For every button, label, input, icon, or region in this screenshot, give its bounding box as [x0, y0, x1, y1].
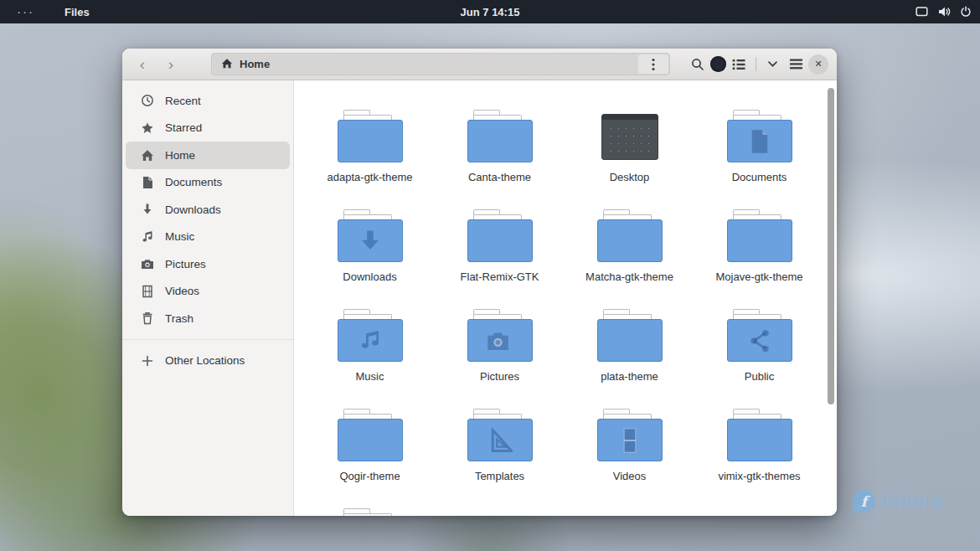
fedora-wordmark: fedora: [881, 489, 943, 513]
close-button[interactable]: ✕: [808, 54, 828, 75]
file-name-label: Qogir-theme: [339, 470, 400, 482]
header-bar: ‹ › Home: [122, 49, 837, 80]
sidebar-item-label: Downloads: [165, 203, 221, 216]
file-name-label: Public: [745, 370, 774, 383]
sidebar-item-downloads[interactable]: Downloads: [126, 196, 290, 224]
location-label: Home: [240, 58, 270, 70]
desktop: { "topbar": { "app_name": "Files", "cloc…: [0, 0, 980, 551]
app-menu-files[interactable]: Files: [58, 3, 96, 22]
file-item-Canta-theme[interactable]: Canta-theme: [435, 104, 565, 203]
file-name-label: Pictures: [480, 370, 519, 383]
videos-icon: [141, 285, 154, 298]
sidebar-item-recent[interactable]: Recent: [126, 87, 290, 115]
header-actions: ✕: [682, 54, 828, 75]
sidebar-separator: [122, 339, 293, 340]
file-name-label: Downloads: [343, 270, 396, 283]
folder-templates-icon: [467, 409, 534, 462]
folder-icon: [337, 508, 404, 516]
file-name-label: Desktop: [610, 171, 650, 183]
activities-indicator-icon[interactable]: ···: [12, 4, 39, 19]
sidebar-item-starred[interactable]: Starred: [126, 115, 290, 142]
system-tray: [916, 0, 972, 23]
folder-icon: [596, 309, 663, 363]
sidebar-item-label: Pictures: [165, 258, 206, 270]
file-name-label: Templates: [475, 470, 524, 482]
view-toggle-group: [728, 54, 784, 75]
file-name-label: plata-theme: [601, 370, 658, 383]
folder-icon: [467, 110, 534, 163]
power-icon[interactable]: [960, 6, 972, 18]
file-item-Downloads[interactable]: Downloads: [305, 203, 435, 303]
file-item-Pictures[interactable]: Pictures: [435, 303, 565, 403]
file-name-label: Documents: [732, 171, 787, 183]
file-item-Documents[interactable]: Documents: [694, 104, 824, 203]
file-item-plata-theme[interactable]: plata-theme: [565, 303, 694, 403]
file-item-adapta-gtk-theme[interactable]: adapta-gtk-theme: [305, 104, 435, 203]
folder-documents-icon: [726, 110, 793, 163]
folder-icon: [337, 110, 404, 163]
file-item-Templates[interactable]: Templates: [435, 403, 565, 502]
file-name-label: Matcha-gtk-theme: [585, 270, 673, 283]
sidebar-item-videos[interactable]: Videos: [126, 278, 290, 306]
file-name-label: Canta-theme: [468, 171, 531, 183]
file-item-vimix-gtk-themes[interactable]: vimix-gtk-themes: [694, 403, 824, 502]
fedora-logo-icon: f: [853, 490, 875, 512]
file-item-Matcha-gtk-theme[interactable]: Matcha-gtk-theme: [565, 203, 694, 303]
back-button[interactable]: ‹: [131, 54, 154, 75]
file-item-Mojave-gtk-theme[interactable]: Mojave-gtk-theme: [694, 203, 824, 303]
sidebar-item-label: Home: [165, 149, 195, 162]
search-button[interactable]: [687, 54, 709, 75]
display-icon[interactable]: [916, 7, 928, 18]
recent-icon: [141, 94, 154, 107]
downloads-icon: [141, 203, 154, 216]
folder-download-icon: [337, 209, 404, 263]
home-icon: [141, 148, 154, 162]
file-item-partial[interactable]: [305, 502, 435, 516]
volume-icon[interactable]: [937, 6, 951, 18]
folder-icon: [596, 209, 663, 263]
file-item-Videos[interactable]: Videos: [565, 403, 694, 502]
current-location[interactable]: Home: [221, 58, 270, 71]
sidebar-item-label: Trash: [165, 312, 193, 325]
top-bar: ··· Files Jun 7 14:15: [0, 0, 980, 23]
folder-icon: [726, 409, 793, 462]
folder-icon: [337, 409, 404, 462]
sidebar-item-home[interactable]: Home: [126, 142, 290, 169]
recording-indicator-icon[interactable]: [710, 56, 726, 72]
fedora-watermark: f fedora: [853, 489, 943, 513]
files-window: ‹ › Home: [122, 49, 837, 516]
trash-icon: [141, 312, 154, 325]
file-item-Flat-Remix-GTK[interactable]: Flat-Remix-GTK: [435, 203, 565, 303]
sidebar-item-music[interactable]: Music: [126, 224, 290, 251]
music-icon: [141, 230, 154, 244]
sidebar-item-label: Other Locations: [165, 354, 245, 367]
file-view: adapta-gtk-themeCanta-themeDesktopDocume…: [294, 80, 837, 516]
scrollbar-thumb[interactable]: [828, 88, 834, 404]
folder-music-icon: [337, 309, 404, 363]
view-options-chevron-icon[interactable]: [762, 54, 784, 75]
file-item-Desktop[interactable]: Desktop: [565, 104, 694, 203]
sidebar-list: RecentStarredHomeDocumentsDownloadsMusic…: [122, 87, 293, 332]
file-item-Public[interactable]: Public: [694, 303, 824, 403]
location-menu-button[interactable]: [638, 54, 668, 74]
sidebar-item-other-locations[interactable]: Other Locations: [126, 348, 290, 375]
file-name-label: Videos: [613, 470, 647, 482]
file-name-label: vimix-gtk-themes: [718, 470, 800, 482]
desktop-icon: [596, 110, 663, 163]
file-item-Qogir-theme[interactable]: Qogir-theme: [305, 403, 435, 502]
list-view-button[interactable]: [728, 54, 750, 75]
sidebar-item-trash[interactable]: Trash: [126, 305, 290, 332]
plus-icon: [141, 354, 154, 368]
file-item-Music[interactable]: Music: [305, 303, 435, 403]
sidebar-item-label: Music: [165, 230, 194, 243]
path-bar[interactable]: Home: [211, 53, 670, 75]
file-name-label: Music: [356, 370, 384, 383]
clock[interactable]: Jun 7 14:15: [0, 6, 980, 18]
sidebar-item-documents[interactable]: Documents: [126, 169, 290, 197]
file-grid: adapta-gtk-themeCanta-themeDesktopDocume…: [305, 104, 824, 516]
documents-icon: [141, 176, 154, 189]
forward-button[interactable]: ›: [159, 54, 183, 75]
sidebar-item-pictures[interactable]: Pictures: [126, 250, 290, 278]
hamburger-menu-button[interactable]: [785, 54, 807, 75]
folder-pictures-icon: [467, 309, 534, 363]
